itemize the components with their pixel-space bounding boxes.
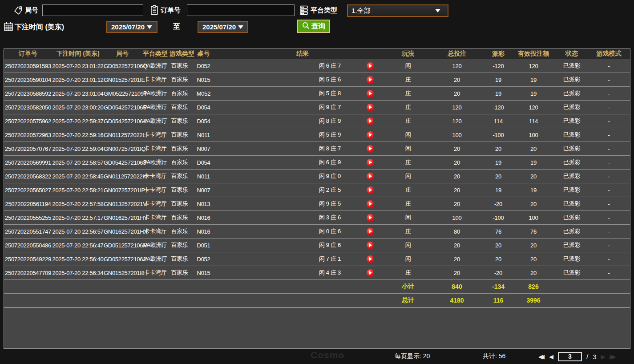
game-type-cell: 百家乐 xyxy=(170,197,190,211)
column-header: 总投注 xyxy=(428,49,485,59)
order-id-cell: 250720230590104 xyxy=(4,73,52,87)
play-type-cell: 庄 xyxy=(388,73,428,87)
replay-play-icon[interactable] xyxy=(367,104,374,111)
payout-cell: -20 xyxy=(485,266,511,280)
round-id-cell: GN016257201HX xyxy=(104,225,141,239)
replay-play-icon[interactable] xyxy=(367,242,374,249)
bet-time-cell: 2025-07-20 22:58:57 xyxy=(52,156,104,170)
bet-time-cell: 2025-07-20 22:58:21 xyxy=(52,183,104,197)
platform-cell: 卡卡湾厅 xyxy=(141,266,170,280)
prev-page-button[interactable]: ◀ xyxy=(549,354,553,360)
platform-icon xyxy=(299,5,309,17)
platform-cell: PA欧洲厅 xyxy=(141,114,170,128)
round-id-cell: GD05425721065 xyxy=(104,101,141,114)
column-header: 派彩 xyxy=(485,49,511,59)
platform-type-value: 1.全部 xyxy=(351,7,371,15)
table-row: 2507202305915932025-07-20 23:01:22GD0522… xyxy=(4,59,630,73)
game-mode-cell: - xyxy=(588,87,630,101)
replay-play-icon[interactable] xyxy=(367,145,374,153)
date-to-picker[interactable]: 2025/07/20 xyxy=(198,21,248,33)
result-cell: 闲 6 庄 9 xyxy=(218,156,388,170)
platform-cell: 卡卡湾厅 xyxy=(141,225,170,239)
replay-play-icon[interactable] xyxy=(367,90,374,97)
replay-play-icon[interactable] xyxy=(367,200,374,208)
column-header: 有效投注额 xyxy=(511,49,556,59)
replay-play-icon[interactable] xyxy=(367,269,374,277)
platform-cell: 卡卡湾厅 xyxy=(141,128,170,142)
replay-play-icon[interactable] xyxy=(367,159,374,166)
valid-bet-cell: 20 xyxy=(511,142,556,156)
valid-bet-cell: 19 xyxy=(511,183,556,197)
bet-time-cell: 2025-07-20 23:01:12 xyxy=(52,73,104,87)
game-type-cell: 百家乐 xyxy=(170,252,190,266)
subtotal-valid: 826 xyxy=(511,280,556,294)
play-type-cell: 闲 xyxy=(388,239,428,252)
replay-play-icon[interactable] xyxy=(367,228,374,235)
replay-play-icon[interactable] xyxy=(367,173,374,180)
result-cell: 闲 8 庄 7 xyxy=(218,142,388,156)
replay-play-icon[interactable] xyxy=(367,255,374,263)
game-type-cell: 百家乐 xyxy=(170,101,190,114)
round-id-label: 局号 xyxy=(25,6,38,15)
result-cell: 闲 0 庄 6 xyxy=(218,225,388,239)
empty-cell xyxy=(588,294,630,307)
total-bet-cell: 120 xyxy=(428,59,485,73)
subtotal-label: 小计 xyxy=(388,280,428,294)
replay-play-icon[interactable] xyxy=(367,62,374,70)
next-page-button[interactable]: ▶ xyxy=(601,354,606,360)
tag-icon xyxy=(13,6,23,17)
valid-bet-cell: 20 xyxy=(511,266,556,280)
valid-bet-cell: 120 xyxy=(511,59,556,73)
date-from-picker[interactable]: 2025/07/20 xyxy=(106,21,157,33)
order-id-cell: 250720220570767 xyxy=(4,142,52,156)
game-type-cell: 百家乐 xyxy=(170,114,190,128)
payout-cell: 114 xyxy=(485,114,511,128)
result-cell: 闲 9 庄 6 xyxy=(218,239,388,252)
page-number-input[interactable]: 3 xyxy=(558,352,582,361)
round-id-input[interactable] xyxy=(42,4,143,16)
result-cell: 闲 2 庄 5 xyxy=(218,183,388,197)
result-text: 闲 9 庄 0 xyxy=(319,172,341,180)
bet-history-window: 局号 订单号 平台类型 1.全部 xyxy=(0,0,634,364)
game-type-cell: 百家乐 xyxy=(170,266,190,280)
total-bet-cell: 20 xyxy=(428,142,485,156)
query-button[interactable]: 查询 xyxy=(297,20,330,33)
order-id-input[interactable] xyxy=(187,4,295,16)
platform-type-label: 平台类型 xyxy=(311,6,337,15)
first-page-button[interactable]: ◀◀ xyxy=(538,354,545,360)
total-row: 总计41801163996 xyxy=(4,294,630,307)
game-type-cell: 百家乐 xyxy=(170,73,190,87)
date-to-value: 2025/07/20 xyxy=(202,23,236,31)
status-cell: 已派彩 xyxy=(556,170,588,183)
result-cell: 闲 5 庄 6 xyxy=(218,73,388,87)
payout-cell: -20 xyxy=(485,197,511,211)
column-header: 玩法 xyxy=(388,49,428,59)
game-mode-cell: - xyxy=(588,239,630,252)
table-number-cell: N016 xyxy=(190,211,218,225)
replay-play-icon[interactable] xyxy=(367,186,374,194)
platform-type-select[interactable]: 1.全部 xyxy=(347,4,448,17)
status-cell: 已派彩 xyxy=(556,59,588,73)
replay-play-icon[interactable] xyxy=(367,76,374,84)
bet-time-cell: 2025-07-20 22:58:45 xyxy=(52,170,104,183)
order-id-cell: 250720220572963 xyxy=(4,128,52,142)
column-header: 局号 xyxy=(104,49,141,59)
table-row: 2507202205650272025-07-20 22:58:21GN0072… xyxy=(4,183,630,197)
status-cell: 已派彩 xyxy=(556,225,588,239)
valid-bet-cell: 20 xyxy=(511,170,556,183)
payout-cell: 19 xyxy=(485,87,511,101)
game-mode-cell: - xyxy=(588,211,630,225)
replay-play-icon[interactable] xyxy=(367,214,374,222)
replay-play-icon[interactable] xyxy=(367,117,374,125)
bet-time-cell: 2025-07-20 22:59:04 xyxy=(52,142,104,156)
last-page-button[interactable]: ▶▶ xyxy=(610,354,616,360)
table-number-cell: N016 xyxy=(190,225,218,239)
replay-play-icon[interactable] xyxy=(367,131,374,139)
empty-cell xyxy=(556,294,588,307)
platform-cell: PA欧洲厅 xyxy=(141,59,170,73)
page-size-label: 每页显示: 20 xyxy=(395,352,430,360)
table-row: 2507202205552552025-07-20 22:57:17GN0162… xyxy=(4,211,630,225)
result-cell: 闲 5 庄 8 xyxy=(218,87,388,101)
table-number-cell: N013 xyxy=(190,197,218,211)
table-number-cell: N011 xyxy=(190,170,218,183)
